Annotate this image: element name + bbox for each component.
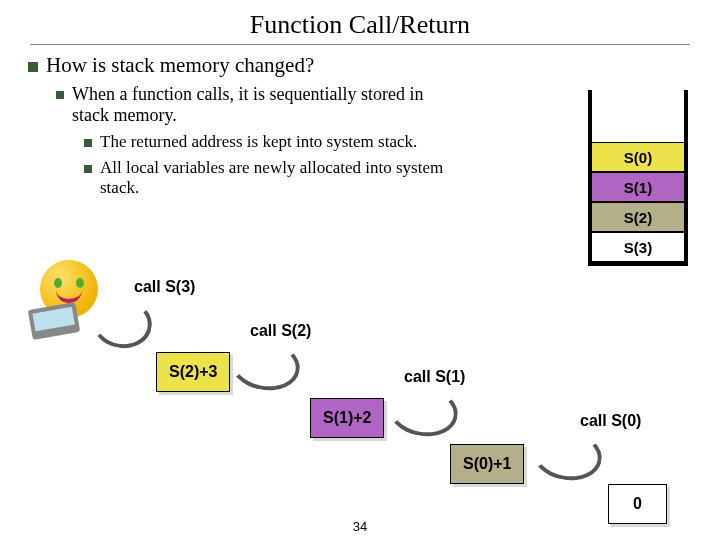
- arc-3: [384, 380, 462, 441]
- p1-text: When a function calls, it is sequentiall…: [72, 84, 456, 126]
- box-s0plus1: S(0)+1: [450, 444, 524, 484]
- box-zero: 0: [608, 484, 667, 524]
- label-call-s2: call S(2): [250, 322, 311, 340]
- stack-cell-s0: S(0): [592, 142, 684, 172]
- bullet-p1a: The returned address is kept into system…: [84, 132, 524, 152]
- box-s1plus2: S(1)+2: [310, 398, 384, 438]
- stack-diagram: S(0) S(1) S(2) S(3): [588, 90, 688, 266]
- stack-cell-s1: S(1): [592, 172, 684, 202]
- bullet-p1: When a function calls, it is sequentiall…: [56, 84, 456, 126]
- stack-cell-s2: S(2): [592, 202, 684, 232]
- stack-cell-s3: S(3): [592, 232, 684, 262]
- label-call-s1: call S(1): [404, 368, 465, 386]
- page-number: 34: [0, 519, 720, 534]
- bullet-p1b: All local variables are newly allocated …: [84, 158, 484, 198]
- bullet-question: How is stack memory changed?: [28, 53, 720, 78]
- label-call-s3: call S(3): [134, 278, 195, 296]
- arc-4: [528, 424, 606, 485]
- p1a-text: The returned address is kept into system…: [100, 132, 417, 152]
- slide-title: Function Call/Return: [0, 0, 720, 44]
- arc-2: [226, 334, 304, 395]
- p1b-text: All local variables are newly allocated …: [100, 158, 484, 198]
- box-s2plus3: S(2)+3: [156, 352, 230, 392]
- question-text: How is stack memory changed?: [46, 53, 314, 78]
- label-call-s0: call S(0): [580, 412, 641, 430]
- divider: [30, 44, 690, 45]
